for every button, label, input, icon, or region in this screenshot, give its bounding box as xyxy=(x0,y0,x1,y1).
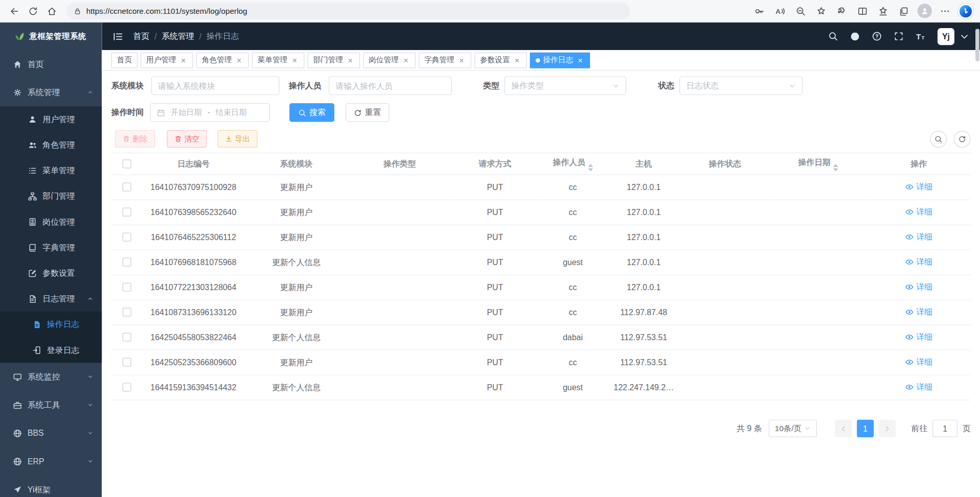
breadcrumb-system-mgmt[interactable]: 系统管理 xyxy=(162,31,194,42)
refresh-table-button[interactable] xyxy=(954,130,971,147)
sidebar-item-operation-log[interactable]: 操作日志 xyxy=(0,312,102,337)
reset-button[interactable]: 重置 xyxy=(346,103,389,122)
date-range-picker[interactable]: - xyxy=(150,103,270,122)
row-checkbox[interactable] xyxy=(122,307,131,316)
refresh-button[interactable] xyxy=(24,2,43,20)
date-start-input[interactable] xyxy=(168,108,204,117)
select-all-checkbox[interactable] xyxy=(122,159,131,168)
app-logo[interactable]: 意框架管理系统 xyxy=(0,22,102,50)
sidebar-item-system-monitor[interactable]: 系统监控 xyxy=(0,363,102,391)
sidebar-item-bbs[interactable]: BBS xyxy=(0,419,102,447)
tab-dict-mgmt[interactable]: 字典管理× xyxy=(419,52,471,68)
detail-link[interactable]: 详细 xyxy=(905,357,933,368)
tab-post-mgmt[interactable]: 岗位管理× xyxy=(363,52,415,68)
row-checkbox[interactable] xyxy=(122,282,131,291)
goto-page-input[interactable] xyxy=(933,420,958,437)
address-bar[interactable]: https://ccnetcore.com:1101/system/log/op… xyxy=(66,3,630,19)
sidebar-item-log-mgmt[interactable]: 日志管理 xyxy=(0,286,102,312)
collections-button[interactable] xyxy=(894,2,913,20)
detail-link[interactable]: 详细 xyxy=(905,206,933,218)
operator-input[interactable] xyxy=(336,81,445,90)
tab-user-mgmt[interactable]: 用户管理× xyxy=(141,52,193,68)
help-icon[interactable]: ? xyxy=(872,31,882,41)
detail-link[interactable]: 详细 xyxy=(905,181,933,193)
tab-close-icon[interactable]: × xyxy=(513,56,521,64)
type-select[interactable]: 操作类型 xyxy=(504,76,626,95)
tab-close-icon[interactable]: × xyxy=(576,56,584,64)
detail-link[interactable]: 详细 xyxy=(905,306,933,318)
header-operator[interactable]: 操作人员 xyxy=(539,153,607,175)
row-checkbox[interactable] xyxy=(122,257,131,266)
sidebar-item-dept-mgmt[interactable]: 部门管理 xyxy=(0,183,102,209)
header-date[interactable]: 操作日期 xyxy=(769,153,867,175)
saved-passwords-button[interactable] xyxy=(750,2,769,20)
delete-button[interactable]: 删除 xyxy=(115,130,155,148)
favorites-button[interactable] xyxy=(874,2,893,20)
sidebar-item-system-tools[interactable]: 系统工具 xyxy=(0,391,102,419)
tab-close-icon[interactable]: × xyxy=(457,56,465,64)
zoom-out-button[interactable] xyxy=(791,2,810,20)
tab-close-icon[interactable]: × xyxy=(179,56,187,64)
split-screen-button[interactable] xyxy=(853,2,872,20)
extensions-button[interactable] xyxy=(832,2,851,20)
github-icon[interactable] xyxy=(850,31,860,41)
back-button[interactable] xyxy=(5,2,24,20)
sidebar-item-yi-framework[interactable]: Yi框架 xyxy=(0,476,102,497)
tab-dept-mgmt[interactable]: 部门管理× xyxy=(307,52,360,68)
detail-link[interactable]: 详细 xyxy=(905,256,933,268)
date-end-input[interactable] xyxy=(213,108,250,117)
page-number-1[interactable]: 1 xyxy=(857,420,874,437)
tab-home[interactable]: 首页 xyxy=(111,52,137,68)
search-icon[interactable] xyxy=(828,31,838,41)
row-checkbox[interactable] xyxy=(122,233,131,242)
sidebar-item-user-mgmt[interactable]: 用户管理 xyxy=(0,106,102,132)
tab-close-icon[interactable]: × xyxy=(402,56,410,64)
detail-link[interactable]: 详细 xyxy=(905,231,933,243)
tab-close-icon[interactable]: × xyxy=(235,56,243,64)
tab-operation-log[interactable]: 操作日志× xyxy=(530,52,590,68)
row-checkbox[interactable] xyxy=(122,183,131,192)
module-input[interactable] xyxy=(158,81,273,90)
sidebar-item-param-settings[interactable]: 参数设置 xyxy=(0,260,102,286)
sidebar-item-menu-mgmt[interactable]: 菜单管理 xyxy=(0,158,102,183)
toggle-search-button[interactable] xyxy=(930,130,947,147)
sidebar-item-login-log[interactable]: 登录日志 xyxy=(0,337,102,363)
row-checkbox[interactable] xyxy=(122,383,131,391)
profile-button[interactable] xyxy=(915,2,934,20)
detail-link[interactable]: 详细 xyxy=(905,281,933,293)
sidebar-item-erp[interactable]: ERP xyxy=(0,447,102,476)
sidebar-item-role-mgmt[interactable]: 角色管理 xyxy=(0,132,102,157)
page-scrollbar[interactable] xyxy=(975,22,980,497)
copilot-button[interactable] xyxy=(956,2,975,20)
add-favorite-button[interactable] xyxy=(812,2,831,20)
read-aloud-button[interactable]: A xyxy=(771,2,790,20)
home-button[interactable] xyxy=(42,2,61,20)
font-size-icon[interactable]: TT xyxy=(916,31,926,41)
sort-carets-icon[interactable] xyxy=(588,163,593,171)
sort-carets-icon[interactable] xyxy=(833,163,838,171)
tab-param-settings[interactable]: 参数设置× xyxy=(474,52,527,68)
fullscreen-icon[interactable] xyxy=(894,31,904,41)
search-button[interactable]: 搜索 xyxy=(289,103,334,122)
tab-menu-mgmt[interactable]: 菜单管理× xyxy=(252,52,304,68)
sidebar-item-system-mgmt[interactable]: 系统管理 xyxy=(0,78,102,106)
tab-close-icon[interactable]: × xyxy=(290,56,299,64)
sidebar-item-post-mgmt[interactable]: 岗位管理 xyxy=(0,209,102,234)
detail-link[interactable]: 详细 xyxy=(905,382,933,393)
next-page-button[interactable] xyxy=(879,420,896,437)
row-checkbox[interactable] xyxy=(122,208,131,217)
clear-button[interactable]: 清空 xyxy=(167,130,207,148)
tab-role-mgmt[interactable]: 角色管理× xyxy=(196,52,249,68)
row-checkbox[interactable] xyxy=(122,358,131,366)
page-size-select[interactable]: 10条/页 xyxy=(769,420,817,437)
row-checkbox[interactable] xyxy=(122,333,131,341)
export-button[interactable]: 导出 xyxy=(217,130,257,148)
sidebar-item-home[interactable]: 首页 xyxy=(0,50,102,78)
sidebar-item-dict-mgmt[interactable]: 字典管理 xyxy=(0,234,102,260)
tab-close-icon[interactable]: × xyxy=(346,56,354,64)
scrollbar-thumb[interactable] xyxy=(975,29,979,61)
prev-page-button[interactable] xyxy=(835,420,852,437)
detail-link[interactable]: 详细 xyxy=(905,332,933,343)
browser-menu-button[interactable] xyxy=(936,2,954,20)
status-select[interactable]: 日志状态 xyxy=(679,76,802,95)
